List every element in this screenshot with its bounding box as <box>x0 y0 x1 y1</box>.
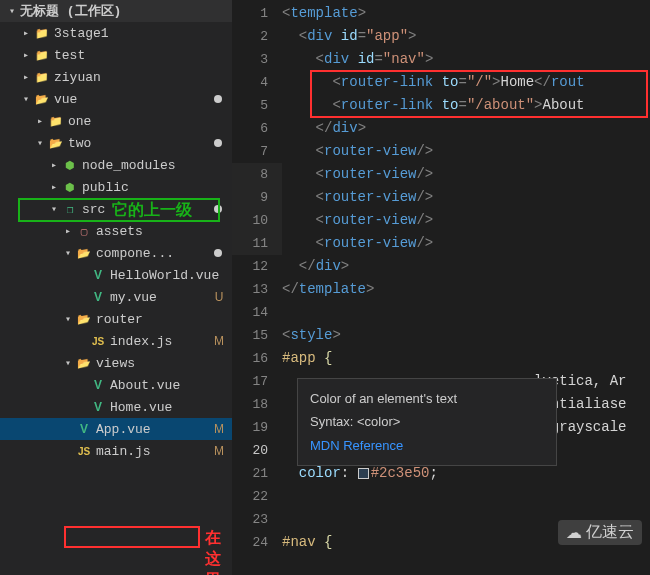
line-number: 6 <box>232 117 282 140</box>
vue-icon: V <box>90 399 106 415</box>
line-number: 7 <box>232 140 282 163</box>
line-gutter: 123456789101112131415161718192021222324 <box>232 0 282 575</box>
watermark: ☁ 亿速云 <box>558 520 642 545</box>
chevron-right-icon[interactable] <box>46 181 62 193</box>
line-number: 10 <box>232 209 282 232</box>
file-label: compone... <box>96 246 214 261</box>
chevron-down-icon[interactable] <box>60 357 76 369</box>
code-line[interactable]: </div> <box>282 117 650 140</box>
code-line[interactable] <box>282 485 650 508</box>
chevron-right-icon[interactable] <box>18 27 34 39</box>
hover-line-2: Syntax: <color> <box>310 410 544 433</box>
folder-o-icon: 📂 <box>48 135 64 151</box>
views-icon: 📂 <box>76 355 92 371</box>
line-number: 8 <box>232 163 282 186</box>
chevron-down-icon[interactable] <box>32 137 48 149</box>
workspace-title: 无标题 (工作区) <box>20 2 226 20</box>
code-line[interactable] <box>282 301 650 324</box>
file-label: Home.vue <box>110 400 226 415</box>
line-number: 9 <box>232 186 282 209</box>
tree-item-main-js[interactable]: JSmain.jsM <box>0 440 232 462</box>
file-label: App.vue <box>96 422 212 437</box>
chevron-right-icon[interactable] <box>46 159 62 171</box>
folder-o-icon: 📂 <box>76 245 92 261</box>
line-number: 18 <box>232 393 282 416</box>
line-number: 16 <box>232 347 282 370</box>
tree-item-views[interactable]: 📂views <box>0 352 232 374</box>
tree-item-helloworld-vue[interactable]: VHelloWorld.vue <box>0 264 232 286</box>
cloud-icon: ☁ <box>566 523 582 542</box>
code-line[interactable]: <style> <box>282 324 650 347</box>
tree-item-test[interactable]: 📁test <box>0 44 232 66</box>
file-label: router <box>96 312 226 327</box>
git-status: M <box>212 334 226 348</box>
tree-item-two[interactable]: 📂two <box>0 132 232 154</box>
hover-tooltip: Color of an element's text Syntax: <colo… <box>297 378 557 466</box>
chevron-right-icon[interactable] <box>32 115 48 127</box>
line-number: 14 <box>232 301 282 324</box>
code-line[interactable]: <div id="nav"> <box>282 48 650 71</box>
workspace-root[interactable]: 无标题 (工作区) <box>0 0 232 22</box>
tree-item-app-vue[interactable]: VApp.vueM <box>0 418 232 440</box>
folder-icon: 📁 <box>48 113 64 129</box>
folder-o-icon: 📂 <box>76 311 92 327</box>
code-line[interactable]: </div> <box>282 255 650 278</box>
file-label: one <box>68 114 226 129</box>
file-label: 3stage1 <box>54 26 226 41</box>
tree-item-public[interactable]: ⬢public <box>0 176 232 198</box>
tree-item-home-vue[interactable]: VHome.vue <box>0 396 232 418</box>
tree-item-node_modules[interactable]: ⬢node_modules <box>0 154 232 176</box>
tree-item-assets[interactable]: ▢assets <box>0 220 232 242</box>
chevron-right-icon[interactable] <box>18 49 34 61</box>
annotation-text-src: 它的上一级 <box>112 200 192 221</box>
chevron-down-icon[interactable] <box>60 313 76 325</box>
nodemod-icon: ⬢ <box>62 179 78 195</box>
annotation-box-red-code <box>310 70 648 118</box>
git-status: U <box>212 290 226 304</box>
file-label: About.vue <box>110 378 226 393</box>
code-line[interactable]: <template> <box>282 2 650 25</box>
file-label: main.js <box>96 444 212 459</box>
tree-item-ziyuan[interactable]: 📁ziyuan <box>0 66 232 88</box>
git-status: M <box>212 444 226 458</box>
code-line[interactable]: #app { <box>282 347 650 370</box>
vue-icon: V <box>90 377 106 393</box>
file-label: views <box>96 356 226 371</box>
code-line[interactable]: </template> <box>282 278 650 301</box>
folder-o-icon: 📂 <box>34 91 50 107</box>
tree-item-one[interactable]: 📁one <box>0 110 232 132</box>
file-label: test <box>54 48 226 63</box>
code-line[interactable]: <router-view/> <box>282 209 650 232</box>
modified-dot-icon <box>214 139 222 147</box>
code-line[interactable]: <router-view/> <box>282 140 650 163</box>
line-number: 22 <box>232 485 282 508</box>
code-area[interactable]: <template> <div id="app"> <div id="nav">… <box>282 0 650 575</box>
line-number: 4 <box>232 71 282 94</box>
code-line[interactable]: <router-view/> <box>282 232 650 255</box>
line-number: 21 <box>232 462 282 485</box>
vue-icon: V <box>76 421 92 437</box>
chevron-right-icon[interactable] <box>60 225 76 237</box>
chevron-down-icon[interactable] <box>18 93 34 105</box>
code-editor[interactable]: 123456789101112131415161718192021222324 … <box>232 0 650 575</box>
file-label: node_modules <box>82 158 226 173</box>
tree-item-index-js[interactable]: JSindex.jsM <box>0 330 232 352</box>
code-line[interactable]: <router-view/> <box>282 163 650 186</box>
tree-item-about-vue[interactable]: VAbout.vue <box>0 374 232 396</box>
vue-icon: V <box>90 267 106 283</box>
assets-icon: ▢ <box>76 223 92 239</box>
chevron-down-icon[interactable] <box>60 247 76 259</box>
line-number: 20 <box>232 439 282 462</box>
code-line[interactable]: <div id="app"> <box>282 25 650 48</box>
tree-item-router[interactable]: 📂router <box>0 308 232 330</box>
hover-mdn-link[interactable]: MDN Reference <box>310 434 544 457</box>
tree-item-my-vue[interactable]: Vmy.vueU <box>0 286 232 308</box>
file-explorer[interactable]: 无标题 (工作区) 📁3stage1📁test📁ziyuan📂vue📁one📂t… <box>0 0 232 575</box>
tree-item-3stage1[interactable]: 📁3stage1 <box>0 22 232 44</box>
code-line[interactable]: <router-view/> <box>282 186 650 209</box>
line-number: 19 <box>232 416 282 439</box>
folder-icon: 📁 <box>34 47 50 63</box>
tree-item-vue[interactable]: 📂vue <box>0 88 232 110</box>
tree-item-compone-[interactable]: 📂compone... <box>0 242 232 264</box>
chevron-right-icon[interactable] <box>18 71 34 83</box>
